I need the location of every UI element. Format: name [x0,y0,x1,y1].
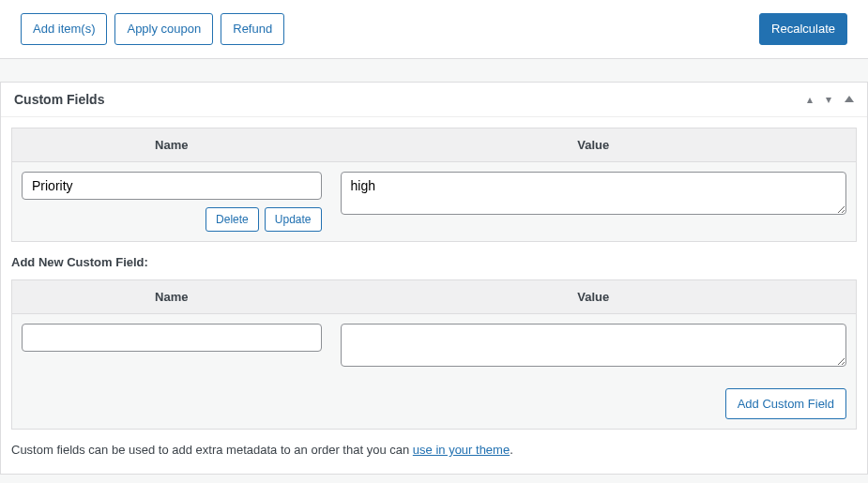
panel-move-up-icon[interactable]: ▴ [807,93,813,106]
add-custom-field-button[interactable]: Add Custom Field [725,388,846,420]
use-in-theme-link[interactable]: use in your theme [413,443,510,457]
add-new-field-label: Add New Custom Field: [11,255,857,269]
new-field-name-input[interactable] [22,324,322,352]
panel-move-down-icon[interactable]: ▾ [826,93,831,106]
delete-button[interactable]: Delete [206,207,259,232]
update-button[interactable]: Update [265,207,322,232]
custom-fields-table: Name Value Delete Update high [11,128,857,242]
panel-toggle-icon[interactable] [845,96,854,102]
custom-fields-help-text: Custom fields can be used to add extra m… [11,443,857,457]
order-actions-toolbar: Add item(s) Apply coupon Refund Recalcul… [0,0,868,59]
new-field-value-textarea[interactable] [341,324,847,367]
refund-button[interactable]: Refund [221,13,284,45]
custom-fields-header: Custom Fields ▴ ▾ [1,83,867,117]
help-text-suffix: . [510,443,513,457]
apply-coupon-button[interactable]: Apply coupon [114,13,213,45]
row-actions: Delete Update [22,207,322,232]
new-col-header-value: Value [331,279,857,313]
add-field-action-row: Add Custom Field [12,379,857,430]
help-text-prefix: Custom fields can be used to add extra m… [11,443,413,457]
toolbar-left-group: Add item(s) Apply coupon Refund [21,13,284,45]
panel-controls: ▴ ▾ [807,93,854,106]
col-header-name: Name [12,128,331,161]
col-header-value: Value [331,128,857,161]
field-name-input[interactable] [22,172,322,200]
field-value-textarea[interactable]: high [341,172,847,215]
custom-fields-title: Custom Fields [14,92,104,107]
new-col-header-name: Name [12,279,331,313]
custom-fields-panel: Custom Fields ▴ ▾ Name Value Delete Upda… [0,82,868,475]
add-custom-field-table: Name Value Add Custom Field [11,279,857,430]
recalculate-button[interactable]: Recalculate [759,13,847,45]
add-items-button[interactable]: Add item(s) [21,13,107,45]
table-row: Delete Update high [12,161,857,241]
table-row [12,313,857,379]
